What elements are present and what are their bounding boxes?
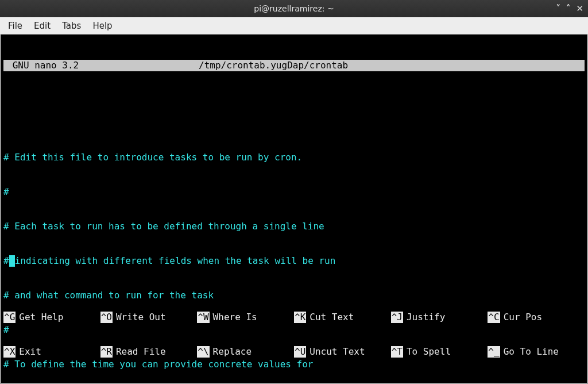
shortcut-justify[interactable]: ^JJustify [391, 312, 488, 323]
shortcut-label: Write Out [116, 312, 166, 323]
menu-tabs[interactable]: Tabs [57, 18, 86, 33]
shortcut-read-file[interactable]: ^RRead File [100, 346, 198, 358]
shortcut-label: Go To Line [504, 346, 559, 358]
window-titlebar: pi@ruzellramirez: ~ ˅ ˄ ✕ [0, 0, 588, 17]
shortcut-where-is[interactable]: ^WWhere Is [197, 312, 294, 323]
shortcut-cur-pos[interactable]: ^CCur Pos [488, 312, 585, 323]
shortcut-key: ^G [3, 312, 16, 323]
shortcut-label: Exit [19, 346, 41, 358]
shortcut-key: ^\ [197, 346, 209, 358]
close-icon[interactable]: ✕ [576, 3, 583, 14]
terminal-window: GNU nano 3.2 /tmp/crontab.yugDap/crontab… [0, 34, 588, 384]
shortcut-key: ^J [391, 312, 403, 323]
nano-shortcut-bar: ^GGet Help ^OWrite Out ^WWhere Is ^KCut … [3, 289, 585, 381]
editor-line [3, 117, 585, 129]
nano-header: GNU nano 3.2 /tmp/crontab.yugDap/crontab [3, 60, 585, 71]
shortcut-key: ^W [197, 312, 209, 323]
shortcut-exit[interactable]: ^XExit [3, 346, 100, 358]
shortcut-key: ^U [294, 346, 306, 358]
shortcut-label: Justify [407, 312, 445, 323]
editor-line: # [3, 186, 585, 198]
shortcut-go-to-line[interactable]: ^_Go To Line [488, 346, 585, 358]
shortcut-key: ^K [294, 312, 306, 323]
shortcut-label: To Spell [407, 346, 451, 358]
shortcut-label: Cut Text [310, 312, 354, 323]
window-controls: ˅ ˄ ✕ [556, 0, 583, 17]
shortcut-key: ^_ [488, 346, 500, 358]
editor-line: # Each task to run has to be defined thr… [3, 221, 585, 232]
menu-help[interactable]: Help [88, 18, 117, 33]
editor-line: # indicating with different fields when … [3, 255, 585, 267]
menu-edit[interactable]: Edit [29, 18, 55, 33]
window-title: pi@ruzellramirez: ~ [254, 4, 334, 13]
shortcut-key: ^T [391, 346, 403, 358]
shortcut-uncut-text[interactable]: ^UUncut Text [294, 346, 391, 358]
shortcut-replace[interactable]: ^\Replace [197, 346, 294, 358]
shortcut-label: Cur Pos [504, 312, 542, 323]
line-prefix: # [3, 255, 9, 266]
menu-file[interactable]: File [3, 18, 27, 33]
text-cursor [9, 255, 15, 267]
shortcut-key: ^R [100, 346, 113, 358]
minimize-icon[interactable]: ˅ [556, 3, 560, 14]
shortcut-write-out[interactable]: ^OWrite Out [100, 312, 198, 323]
shortcut-cut-text[interactable]: ^KCut Text [294, 312, 391, 323]
shortcut-key: ^C [488, 312, 500, 323]
nano-filepath: /tmp/crontab.yugDap/crontab [199, 60, 585, 71]
shortcut-key: ^O [100, 312, 113, 323]
shortcut-label: Read File [116, 346, 166, 358]
shortcut-label: Where Is [213, 312, 257, 323]
menu-bar: File Edit Tabs Help [0, 17, 588, 34]
shortcut-row-1: ^GGet Help ^OWrite Out ^WWhere Is ^KCut … [3, 312, 585, 323]
shortcut-to-spell[interactable]: ^TTo Spell [391, 346, 488, 358]
line-rest: indicating with different fields when th… [15, 255, 336, 266]
shortcut-label: Get Help [19, 312, 63, 323]
editor-line: # Edit this file to introduce tasks to b… [3, 152, 585, 163]
shortcut-row-2: ^XExit ^RRead File ^\Replace ^UUncut Tex… [3, 346, 585, 358]
shortcut-label: Uncut Text [310, 346, 365, 358]
shortcut-get-help[interactable]: ^GGet Help [3, 312, 100, 323]
terminal[interactable]: GNU nano 3.2 /tmp/crontab.yugDap/crontab… [3, 37, 585, 381]
maximize-icon[interactable]: ˄ [566, 3, 571, 14]
shortcut-key: ^X [3, 346, 16, 358]
shortcut-label: Replace [213, 346, 252, 358]
nano-app-name: GNU nano 3.2 [3, 60, 199, 71]
